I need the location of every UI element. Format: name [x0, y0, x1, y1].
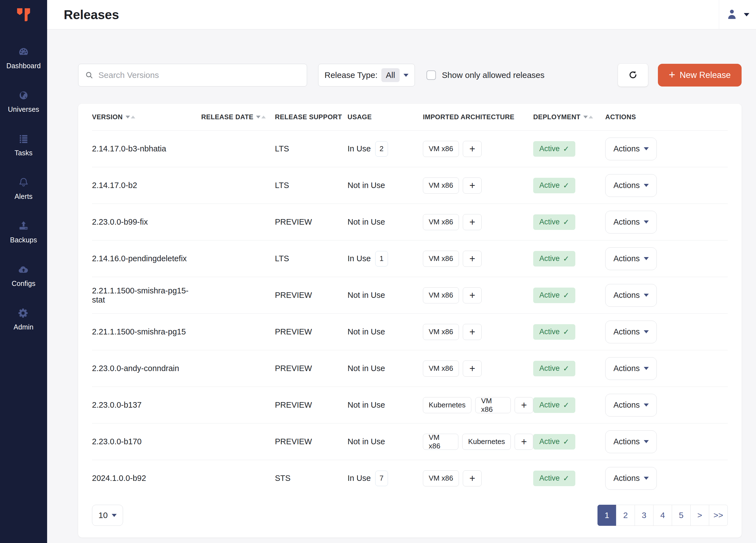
- add-architecture-button[interactable]: +: [463, 361, 482, 377]
- table-footer: 10 12345>>>: [92, 496, 728, 526]
- imported-architecture-cell: VM x86+: [423, 214, 533, 230]
- usage-cell: Not in Use: [348, 401, 423, 410]
- sidebar-item-universes[interactable]: Universes: [0, 80, 47, 123]
- add-architecture-button[interactable]: +: [463, 141, 482, 157]
- check-icon: ✓: [563, 364, 569, 373]
- release-type-select[interactable]: Release Type: All: [318, 64, 415, 86]
- chevron-down-icon: [644, 184, 649, 187]
- actions-cell: Actions: [605, 430, 728, 453]
- sidebar-item-dashboard[interactable]: Dashboard: [0, 36, 47, 80]
- imported-architecture-cell: VM x86+: [423, 141, 533, 157]
- version-cell: 2.23.0.0-andy-conndrain: [92, 364, 201, 373]
- imported-architecture-cell: VM x86+: [423, 324, 533, 340]
- add-architecture-button[interactable]: +: [463, 324, 482, 340]
- sidebar-item-alerts[interactable]: Alerts: [0, 167, 47, 210]
- actions-button[interactable]: Actions: [605, 211, 657, 233]
- main-content: Release Type: All Show only allowed rele…: [47, 29, 756, 543]
- deployment-status-badge: Active✓: [533, 361, 575, 376]
- deployment-cell: Active✓: [533, 214, 605, 230]
- search-input[interactable]: [78, 64, 307, 86]
- deployment-cell: Active✓: [533, 288, 605, 303]
- version-cell: 2024.1.0.0-b92: [92, 474, 201, 483]
- refresh-button[interactable]: [618, 64, 648, 86]
- sidebar-item-label: Admin: [14, 323, 34, 331]
- table-row: 2.23.0.0-b99-fix PREVIEW Not in Use VM x…: [92, 203, 728, 240]
- release-type-value: All: [381, 68, 399, 82]
- column-header-label: VERSION: [92, 113, 123, 121]
- architecture-badge: VM x86: [423, 141, 459, 157]
- actions-cell: Actions: [605, 357, 728, 380]
- page-button-3[interactable]: 3: [635, 505, 653, 526]
- actions-button[interactable]: Actions: [605, 430, 657, 453]
- release-support-cell: PREVIEW: [275, 217, 348, 226]
- add-architecture-button[interactable]: +: [515, 397, 533, 413]
- allowed-releases-checkbox[interactable]: [426, 70, 436, 80]
- actions-button[interactable]: Actions: [605, 284, 657, 307]
- column-header-label: ACTIONS: [605, 113, 636, 121]
- table-row: 2.21.1.1500-smishra-pg15-stat PREVIEW No…: [92, 277, 728, 314]
- actions-button[interactable]: Actions: [605, 174, 657, 197]
- sidebar-item-admin[interactable]: Admin: [0, 297, 47, 341]
- actions-button[interactable]: Actions: [605, 467, 657, 490]
- architecture-badge: VM x86: [475, 397, 511, 413]
- actions-cell: Actions: [605, 174, 728, 197]
- architecture-badge: VM x86: [423, 324, 459, 340]
- page-button-4[interactable]: 4: [653, 505, 672, 526]
- globe-icon: [17, 89, 30, 103]
- sort-icon: [583, 116, 593, 118]
- usage-cell: In Use 7: [348, 471, 423, 486]
- column-header-deployment[interactable]: DEPLOYMENT: [533, 113, 605, 121]
- last-page-button[interactable]: >>: [709, 505, 728, 526]
- page-button-5[interactable]: 5: [672, 505, 691, 526]
- usage-cell: Not in Use: [348, 291, 423, 300]
- check-icon: ✓: [563, 401, 569, 410]
- actions-button[interactable]: Actions: [605, 137, 657, 160]
- page-button-1[interactable]: 1: [597, 505, 616, 526]
- next-page-button[interactable]: >: [690, 505, 709, 526]
- actions-button[interactable]: Actions: [605, 321, 657, 343]
- column-header-version[interactable]: VERSION: [92, 113, 201, 121]
- add-architecture-button[interactable]: +: [463, 251, 482, 267]
- page-size-select[interactable]: 10: [92, 505, 123, 526]
- actions-button[interactable]: Actions: [605, 394, 657, 417]
- add-architecture-button[interactable]: +: [463, 177, 482, 193]
- yugabyte-logo[interactable]: [14, 6, 33, 24]
- releases-table-card: VERSIONRELEASE DATERELEASE SUPPORTUSAGEI…: [78, 104, 742, 537]
- table-row: 2.23.0.0-b137 PREVIEW Not in Use Kuberne…: [92, 387, 728, 423]
- actions-button[interactable]: Actions: [605, 247, 657, 270]
- deployment-cell: Active✓: [533, 251, 605, 266]
- column-header-release-date[interactable]: RELEASE DATE: [201, 113, 275, 121]
- deployment-status-badge: Active✓: [533, 471, 575, 486]
- architecture-badge: VM x86: [423, 434, 458, 450]
- sidebar-item-configs[interactable]: Configs: [0, 254, 47, 297]
- actions-button[interactable]: Actions: [605, 357, 657, 380]
- sidebar-item-backups[interactable]: Backups: [0, 210, 47, 254]
- release-support-cell: PREVIEW: [275, 401, 348, 410]
- deployment-status-badge: Active✓: [533, 288, 575, 303]
- release-support-cell: STS: [275, 474, 348, 483]
- release-support-cell: LTS: [275, 181, 348, 190]
- add-architecture-button[interactable]: +: [515, 434, 533, 450]
- chevron-down-icon: [644, 220, 649, 223]
- sidebar-item-label: Alerts: [14, 192, 32, 200]
- usage-count-badge: 7: [375, 471, 388, 486]
- chevron-down-icon: [644, 404, 649, 407]
- chevron-down-icon: [644, 477, 649, 480]
- sidebar-item-tasks[interactable]: Tasks: [0, 123, 47, 167]
- allowed-releases-label: Show only allowed releases: [442, 70, 545, 80]
- page-button-2[interactable]: 2: [616, 505, 635, 526]
- table-row: 2.23.0.0-b170 PREVIEW Not in Use VM x86K…: [92, 423, 728, 460]
- imported-architecture-cell: VM x86+: [423, 177, 533, 193]
- release-support-cell: PREVIEW: [275, 291, 348, 300]
- version-cell: 2.23.0.0-b170: [92, 437, 201, 446]
- release-support-cell: PREVIEW: [275, 364, 348, 373]
- add-architecture-button[interactable]: +: [463, 287, 482, 304]
- actions-cell: Actions: [605, 321, 728, 343]
- sidebar-item-label: Configs: [12, 280, 35, 288]
- usage-cell: In Use 2: [348, 141, 423, 157]
- user-menu[interactable]: [726, 8, 756, 22]
- add-architecture-button[interactable]: +: [463, 214, 482, 230]
- new-release-button[interactable]: + New Release: [658, 64, 742, 86]
- add-architecture-button[interactable]: +: [463, 470, 482, 486]
- check-icon: ✓: [563, 218, 569, 226]
